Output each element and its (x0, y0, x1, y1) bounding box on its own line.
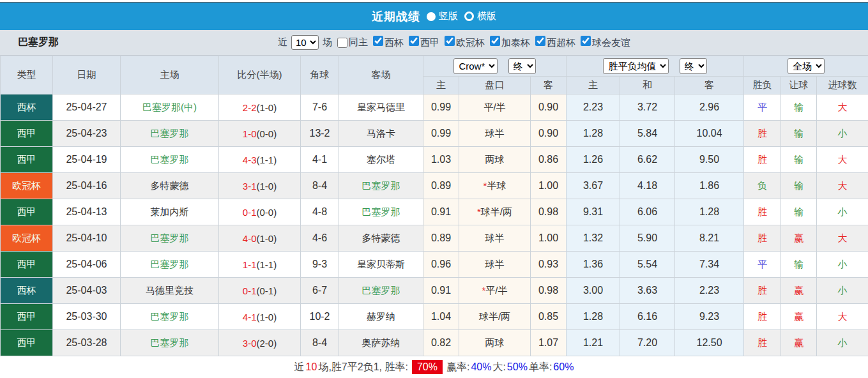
subheader-avg-draw: 和 (620, 77, 675, 94)
goals-result-cell: 大 (817, 173, 868, 199)
away-team: 皇家贝蒂斯 (339, 252, 423, 278)
competition-label-3[interactable]: 加泰杯 (501, 37, 530, 48)
avg-odds-select[interactable]: 胜平负均值 (603, 58, 669, 74)
result-cell: 负 (744, 173, 781, 199)
horizontal-radio-label[interactable]: 横版 (477, 10, 496, 22)
star-mark: * (482, 285, 485, 296)
avg-away-odds: 12.50 (675, 330, 744, 356)
corner-cell: 6-7 (301, 278, 339, 304)
bookmaker-time-select[interactable]: 终 (508, 58, 536, 74)
goals-result-cell: 小 (817, 199, 868, 225)
date-cell: 25-04-23 (53, 121, 121, 147)
handicap-home-odds: 0.91 (423, 199, 459, 225)
competition-label-4[interactable]: 西超杯 (547, 37, 575, 48)
competition-label-1[interactable]: 西甲 (420, 37, 439, 48)
type-badge: 西甲 (1, 252, 53, 278)
fulltime-score: 4-0 (243, 233, 257, 244)
vertical-radio-selected[interactable] (427, 12, 436, 21)
handicap-line: *球半/两 (459, 199, 531, 225)
handicap-away-odds: 1.00 (531, 225, 567, 252)
table-row: 西甲25-03-28巴塞罗那3-0(2-0)8-4奥萨苏纳0.82两球1.071… (1, 330, 868, 356)
competition-checkbox-5[interactable] (581, 36, 591, 46)
handicap-away-odds: 0.90 (531, 94, 567, 121)
type-badge: 西杯 (1, 94, 53, 121)
subheader-handicap-away: 客 (531, 77, 567, 94)
handicap-line: 球半/两 (459, 304, 531, 330)
same-home-checkbox[interactable] (337, 38, 347, 48)
subheader-handicap-line: 盘口 (459, 77, 531, 94)
halftime-score: (1-0) (257, 102, 277, 113)
result-cell: 胜 (744, 121, 781, 147)
score-cell: 4-1(1-0) (219, 304, 301, 330)
home-team: 巴塞罗那 (121, 121, 219, 147)
match-count-select[interactable]: 10 (291, 35, 319, 50)
competition-label-5[interactable]: 球会友谊 (592, 37, 630, 48)
handicap-line: 两球 (459, 330, 531, 356)
home-team: 巴塞罗那 (121, 252, 219, 278)
competition-checkbox-4[interactable] (535, 36, 545, 46)
layout-option-horizontal: 横版 (464, 10, 496, 22)
date-cell: 25-04-27 (53, 94, 121, 121)
avg-odds-header-group: 胜平负均值 终 (567, 56, 744, 77)
date-cell: 25-04-13 (53, 199, 121, 225)
let-ball-result-cell: 赢 (781, 330, 817, 356)
table-row: 西甲25-04-06巴塞罗那1-1(1-1)9-3皇家贝蒂斯0.96球半0.93… (1, 252, 868, 278)
handicap-away-odds: 0.93 (531, 252, 567, 278)
goals-result-cell: 小 (817, 278, 868, 304)
avg-home-odds: 1.28 (567, 304, 620, 330)
avg-draw-odds: 6.06 (620, 199, 675, 225)
competition-checkbox-1[interactable] (409, 36, 419, 46)
same-home-label[interactable]: 同主 (349, 36, 368, 49)
table-row: 西甲25-03-30巴塞罗那4-1(1-0)10-2赫罗纳1.04球半/两0.8… (1, 304, 868, 330)
competition-label-0[interactable]: 西杯 (385, 37, 404, 48)
filter-bar: 巴塞罗那 近 10 场 同主 西杯西甲欧冠杯加泰杯西超杯球会友谊 (0, 30, 868, 56)
avg-time-select[interactable]: 终 (680, 58, 707, 74)
type-badge: 西甲 (1, 304, 53, 330)
goals-result-cell: 大 (817, 304, 868, 330)
scope-select[interactable]: 全场 (788, 58, 825, 74)
summary-text-9: 60% (553, 361, 574, 373)
corner-cell: 10-2 (301, 304, 339, 330)
corner-cell: 4-6 (301, 225, 339, 252)
handicap-away-odds: 1.00 (531, 173, 567, 199)
summary-text-5: 40% (471, 361, 491, 373)
halftime-score: (1-1) (257, 155, 277, 165)
fulltime-score: 4-3 (243, 155, 257, 165)
avg-away-odds: 9.50 (675, 147, 744, 173)
away-team: 赫罗纳 (339, 304, 423, 330)
competition-checkbox-0[interactable] (373, 36, 383, 46)
handicap-line: 平/半 (459, 94, 531, 121)
fulltime-score: 3-0 (243, 338, 257, 349)
avg-home-odds: 2.23 (567, 94, 620, 121)
competition-checkbox-3[interactable] (490, 36, 500, 46)
subheader-result: 胜负 (744, 77, 781, 94)
type-badge: 西杯 (1, 278, 53, 304)
handicap-away-odds: 0.85 (531, 304, 567, 330)
col-header-date: 日期 (53, 56, 121, 94)
home-team: 巴塞罗那(中) (121, 94, 219, 121)
competition-filters: 西杯西甲欧冠杯加泰杯西超杯球会友谊 (368, 36, 630, 49)
results-table: 类型 日期 主场 比分(半场) 角球 客场 Crow* 终 胜平负均值 终 全场… (0, 56, 868, 356)
score-cell: 4-3(1-1) (219, 147, 301, 173)
avg-home-odds: 1.36 (567, 252, 620, 278)
competition-checkbox-2[interactable] (445, 36, 455, 46)
result-cell: 胜 (744, 147, 781, 173)
halftime-score: (0-0) (257, 128, 277, 139)
horizontal-radio-unselected[interactable] (464, 11, 474, 21)
table-row: 西杯25-04-27巴塞罗那(中)2-2(1-0)7-6皇家马德里0.99平/半… (1, 94, 868, 121)
avg-away-odds: 1.86 (675, 173, 744, 199)
halftime-score: (1-0) (257, 312, 277, 322)
competition-label-2[interactable]: 欧冠杯 (456, 37, 485, 48)
goals-result-cell: 小 (817, 121, 868, 147)
vertical-radio-label[interactable]: 竖版 (439, 10, 458, 22)
bookmaker-select[interactable]: Crow* (453, 58, 498, 74)
away-team: 巴塞罗那 (339, 199, 423, 225)
handicap-line: *半球 (459, 173, 531, 199)
summary-text-4: 赢率: (446, 361, 469, 374)
avg-home-odds: 3.00 (567, 278, 620, 304)
halftime-score: (1-1) (257, 259, 277, 270)
subheader-avg-home: 主 (567, 77, 620, 94)
avg-home-odds: 1.32 (567, 225, 620, 252)
fulltime-score: 4-1 (243, 312, 257, 322)
away-team: 巴塞罗那 (339, 278, 423, 304)
